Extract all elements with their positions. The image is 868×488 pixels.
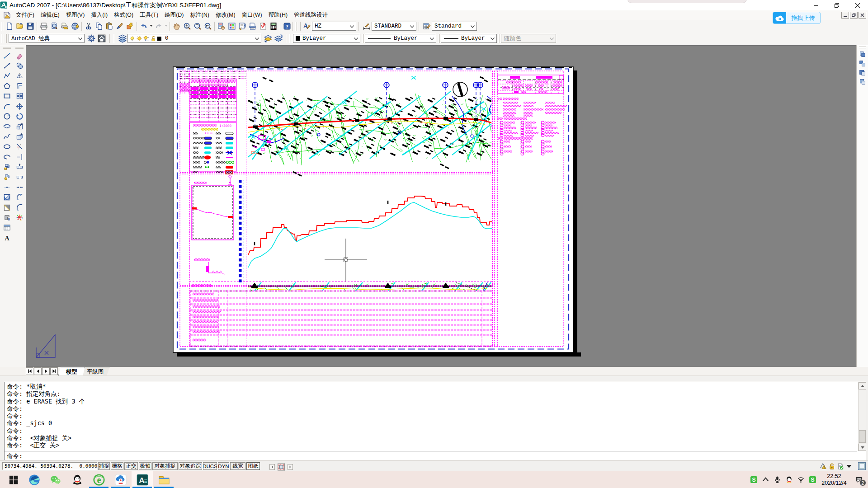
chevron-down-icon[interactable] [430, 38, 434, 40]
menu-modify[interactable]: 修改(M) [214, 11, 237, 19]
chevron-down-icon[interactable] [491, 38, 495, 40]
menu-draw[interactable]: 绘图(D) [163, 11, 185, 19]
make-block-button[interactable] [1, 172, 13, 182]
plot-preview-button[interactable] [49, 21, 59, 32]
paper-model-toggle-button[interactable] [278, 463, 285, 471]
status-toggle-polar[interactable]: 极轴 [139, 462, 151, 470]
status-toggle-ortho[interactable]: 正交 [124, 462, 138, 470]
annotation-warning-button[interactable] [820, 462, 827, 470]
layer-combo[interactable]: 0 [127, 34, 261, 43]
toolbar-grip[interactable] [438, 34, 440, 43]
tab-nav-last-button[interactable] [50, 367, 58, 375]
mdi-restore-button[interactable] [850, 12, 858, 19]
circle-button[interactable] [1, 111, 13, 121]
taskbar-autocad[interactable]: A [132, 471, 153, 488]
layout-previous-button[interactable] [269, 463, 276, 471]
clean-screen-button[interactable] [857, 462, 866, 470]
taskbar-qq[interactable] [66, 471, 88, 488]
trim-button[interactable] [14, 142, 25, 152]
markup-set-manager-button[interactable] [258, 21, 268, 32]
zoom-realtime-button[interactable] [182, 21, 192, 32]
toolbar-grip[interactable] [299, 22, 301, 31]
status-toggle-grid[interactable]: 栅格 [111, 462, 123, 470]
layer-freeze-icon[interactable] [136, 35, 142, 42]
menu-pipeline-design[interactable]: 管道线路设计 [292, 11, 330, 19]
tray-microphone[interactable] [771, 471, 783, 488]
copy-clip-button[interactable] [94, 21, 104, 32]
chamfer-button[interactable] [14, 192, 25, 202]
status-toggle-paper[interactable]: 图纸 [246, 462, 260, 470]
tray-qq-tray[interactable] [783, 471, 795, 488]
toolbar-grip[interactable] [1, 34, 3, 43]
tray-wifi[interactable] [795, 471, 807, 488]
status-toggle-ducs[interactable]: DUCS [203, 462, 217, 470]
layer-previous-button[interactable] [263, 33, 273, 44]
toolbar-grip[interactable] [295, 22, 297, 31]
color-combo[interactable]: ByLayer [293, 34, 360, 43]
chevron-down-icon[interactable] [255, 38, 259, 40]
layer-manager-button[interactable] [117, 33, 127, 44]
publish-button[interactable] [59, 21, 70, 32]
table-style-combo[interactable]: Standard [432, 22, 477, 31]
line-button[interactable] [1, 51, 13, 61]
toolbar-grip[interactable] [1, 22, 3, 31]
status-toggle-osnap[interactable]: 对象捕捉 [152, 462, 178, 470]
status-toggle-lineweight[interactable]: 线宽 [230, 462, 245, 470]
layer-states-button[interactable] [273, 33, 283, 44]
tab-pingzongtu[interactable]: 平纵图 [81, 367, 110, 375]
rotate-button[interactable] [14, 111, 25, 121]
sheet-set-manager-button[interactable] [247, 21, 258, 32]
workspace-combo[interactable]: AutoCAD 经典 [9, 34, 85, 43]
layer-on-icon[interactable] [129, 36, 135, 42]
plot-button[interactable] [38, 21, 49, 32]
toolbar-grip[interactable] [498, 34, 500, 43]
command-text-area[interactable]: 命令: *取消*命令: 指定对角点:命令: e ERASE 找到 3 个命令:命… [4, 382, 866, 460]
properties-button[interactable] [216, 21, 226, 32]
hatch-edit-button[interactable] [125, 21, 135, 32]
undo-dropdown[interactable] [149, 21, 153, 32]
join-button[interactable] [14, 182, 25, 192]
window-toolbar-grip[interactable] [859, 47, 866, 48]
menu-file[interactable]: 文件(F) [14, 11, 36, 19]
tool-palettes-button[interactable] [237, 21, 247, 32]
menu-format[interactable]: 格式(O) [112, 11, 135, 19]
redo-button[interactable] [153, 21, 164, 32]
point-button[interactable] [1, 182, 13, 192]
copy-button[interactable] [14, 61, 25, 70]
save-button[interactable] [25, 21, 35, 32]
fillet-button[interactable] [14, 202, 25, 212]
undo-button[interactable] [138, 21, 149, 32]
linetype-combo[interactable]: ByLayer [365, 34, 436, 43]
break-at-point-button[interactable] [14, 162, 25, 172]
caret-down-button[interactable] [845, 462, 853, 470]
region-button[interactable] [1, 212, 13, 222]
explode-button[interactable] [14, 212, 25, 222]
netdisk-drag-upload-button[interactable]: 拖拽上传 [773, 12, 821, 24]
array-button[interactable] [14, 91, 25, 101]
chevron-down-icon[interactable] [471, 25, 475, 28]
help-button[interactable]: ? [282, 21, 292, 32]
erase-button[interactable] [14, 51, 25, 61]
status-toggle-otrack[interactable]: 对象追踪 [179, 462, 202, 470]
tile-vertical-button[interactable] [858, 68, 868, 77]
break-button[interactable] [14, 172, 25, 182]
insert-block-button[interactable] [1, 162, 13, 172]
taskbar-edge[interactable] [24, 471, 45, 488]
mdi-close-button[interactable] [859, 12, 866, 19]
menu-edit[interactable]: 编辑(E) [39, 11, 61, 19]
draw-toolbar-grip[interactable] [3, 47, 11, 49]
taskbar-baidu-netdisk[interactable] [110, 471, 131, 488]
drawing-canvas[interactable]: 1:2000 [26, 45, 856, 367]
window-restore-button[interactable] [826, 0, 847, 10]
command-prompt[interactable]: 命令: [7, 452, 23, 460]
table-style-button[interactable] [421, 21, 432, 32]
ellipse-arc-button[interactable] [1, 152, 13, 162]
taskbar-file-explorer[interactable] [153, 471, 175, 488]
trusted-dwg-button[interactable] [837, 462, 844, 470]
stretch-button[interactable] [14, 131, 25, 141]
hatch-button[interactable] [1, 192, 13, 202]
arrange-windows-button[interactable] [858, 77, 868, 86]
open-file-button[interactable] [14, 21, 25, 32]
dwf-export-button[interactable] [70, 21, 80, 32]
zoom-window-button[interactable] [192, 21, 203, 32]
